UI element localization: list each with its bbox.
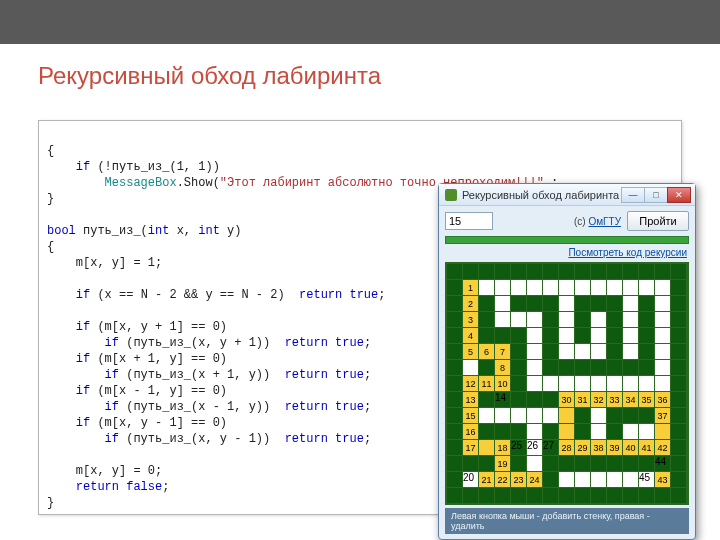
grid-size-input[interactable] xyxy=(445,212,493,230)
maze-cell[interactable] xyxy=(479,424,494,439)
window-titlebar[interactable]: Рекурсивный обход лабиринта — □ ✕ xyxy=(439,184,695,206)
maze-cell[interactable] xyxy=(575,312,590,327)
maze-cell[interactable] xyxy=(543,424,558,439)
maze-cell[interactable] xyxy=(559,264,574,279)
maze-cell[interactable] xyxy=(479,488,494,503)
maze-cell[interactable] xyxy=(591,296,606,311)
maze-cell[interactable] xyxy=(527,424,542,439)
maze-cell[interactable]: 36 xyxy=(655,392,670,407)
maze-cell[interactable]: 16 xyxy=(463,424,478,439)
maze-cell[interactable] xyxy=(543,488,558,503)
maze-cell[interactable] xyxy=(527,280,542,295)
maze-cell[interactable] xyxy=(559,376,574,391)
maze-cell[interactable] xyxy=(447,296,462,311)
maze-cell[interactable]: 8 xyxy=(495,360,510,375)
maze-cell[interactable] xyxy=(527,408,542,423)
maze-cell[interactable] xyxy=(591,456,606,471)
maze-cell[interactable] xyxy=(655,328,670,343)
maze-cell[interactable] xyxy=(447,408,462,423)
maze-cell[interactable] xyxy=(575,424,590,439)
maze-cell[interactable] xyxy=(511,296,526,311)
maze-cell[interactable] xyxy=(479,440,494,455)
maze-cell[interactable] xyxy=(463,488,478,503)
maze-cell[interactable] xyxy=(543,376,558,391)
maze-cell[interactable]: 20 xyxy=(463,472,478,487)
maze-cell[interactable] xyxy=(511,360,526,375)
run-button[interactable]: Пройти xyxy=(627,211,689,231)
maze-cell[interactable] xyxy=(527,360,542,375)
maze-cell[interactable] xyxy=(591,280,606,295)
maze-cell[interactable] xyxy=(591,472,606,487)
maze-cell[interactable] xyxy=(607,408,622,423)
maze-cell[interactable] xyxy=(447,392,462,407)
maze-cell[interactable] xyxy=(623,424,638,439)
maze-cell[interactable] xyxy=(495,296,510,311)
maze-cell[interactable] xyxy=(447,424,462,439)
maze-cell[interactable] xyxy=(511,392,526,407)
maze-cell[interactable] xyxy=(543,344,558,359)
maze-cell[interactable] xyxy=(655,264,670,279)
maze-cell[interactable] xyxy=(623,296,638,311)
maze-cell[interactable] xyxy=(639,456,654,471)
maze-cell[interactable] xyxy=(559,408,574,423)
maze-cell[interactable] xyxy=(575,264,590,279)
maze-cell[interactable]: 21 xyxy=(479,472,494,487)
maze-cell[interactable] xyxy=(639,376,654,391)
maze-cell[interactable] xyxy=(607,488,622,503)
maze-cell[interactable] xyxy=(655,424,670,439)
maze-cell[interactable] xyxy=(495,264,510,279)
maze-cell[interactable] xyxy=(527,312,542,327)
maze-cell[interactable] xyxy=(575,472,590,487)
maze-cell[interactable] xyxy=(655,360,670,375)
maze-cell[interactable] xyxy=(591,488,606,503)
maze-cell[interactable] xyxy=(559,456,574,471)
maze-cell[interactable] xyxy=(655,344,670,359)
maze-cell[interactable] xyxy=(623,328,638,343)
maze-cell[interactable] xyxy=(575,328,590,343)
maze-cell[interactable] xyxy=(607,264,622,279)
maze-cell[interactable] xyxy=(607,328,622,343)
maze-cell[interactable]: 2 xyxy=(463,296,478,311)
maze-cell[interactable]: 37 xyxy=(655,408,670,423)
maze-cell[interactable] xyxy=(575,344,590,359)
maze-cell[interactable]: 32 xyxy=(591,392,606,407)
maze-cell[interactable] xyxy=(623,456,638,471)
maze-cell[interactable] xyxy=(463,456,478,471)
maze-cell[interactable] xyxy=(495,312,510,327)
maze-cell[interactable] xyxy=(671,280,686,295)
maze-cell[interactable] xyxy=(607,344,622,359)
maze-cell[interactable]: 18 xyxy=(495,440,510,455)
maze-cell[interactable] xyxy=(671,392,686,407)
maze-cell[interactable] xyxy=(559,488,574,503)
maze-cell[interactable] xyxy=(623,408,638,423)
maze-cell[interactable] xyxy=(623,312,638,327)
maze-cell[interactable]: 39 xyxy=(607,440,622,455)
maze-cell[interactable] xyxy=(591,328,606,343)
maze-cell[interactable]: 19 xyxy=(495,456,510,471)
maze-cell[interactable]: 13 xyxy=(463,392,478,407)
maze-cell[interactable] xyxy=(607,312,622,327)
maze-cell[interactable] xyxy=(671,488,686,503)
maze-cell[interactable] xyxy=(591,408,606,423)
maze-cell[interactable] xyxy=(511,424,526,439)
maze-cell[interactable] xyxy=(511,312,526,327)
maze-cell[interactable] xyxy=(447,264,462,279)
maze-cell[interactable]: 25 xyxy=(511,440,526,455)
maze-cell[interactable]: 41 xyxy=(639,440,654,455)
maze-cell[interactable] xyxy=(543,360,558,375)
maze-cell[interactable] xyxy=(655,280,670,295)
maze-cell[interactable] xyxy=(511,408,526,423)
maze-cell[interactable] xyxy=(447,456,462,471)
maze-cell[interactable] xyxy=(479,328,494,343)
maze-cell[interactable] xyxy=(671,424,686,439)
maze-cell[interactable] xyxy=(639,360,654,375)
maze-cell[interactable] xyxy=(671,456,686,471)
maze-cell[interactable] xyxy=(543,312,558,327)
maze-cell[interactable]: 1 xyxy=(463,280,478,295)
maze-cell[interactable] xyxy=(639,328,654,343)
maze-cell[interactable] xyxy=(559,472,574,487)
maze-cell[interactable]: 3 xyxy=(463,312,478,327)
maze-cell[interactable]: 28 xyxy=(559,440,574,455)
maze-cell[interactable]: 15 xyxy=(463,408,478,423)
maze-cell[interactable] xyxy=(447,328,462,343)
